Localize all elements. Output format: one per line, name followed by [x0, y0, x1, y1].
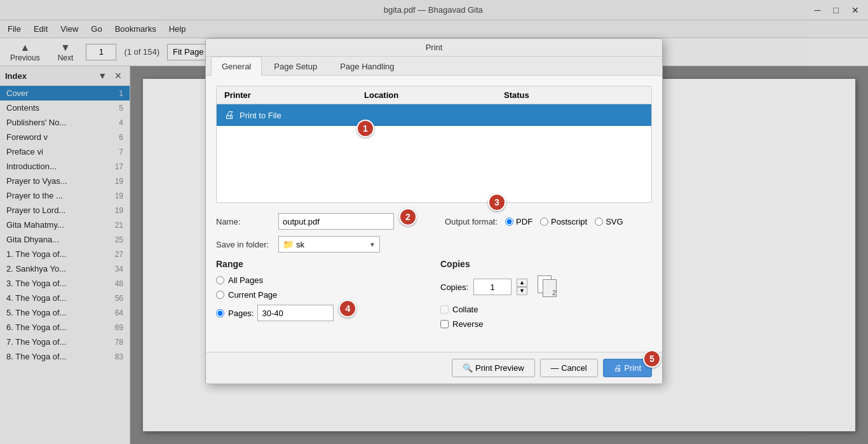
printer-file-icon: 🖨	[224, 109, 234, 121]
printer-name-cell: 🖨 Print to File	[224, 109, 364, 121]
annotation-4: 4	[339, 300, 356, 317]
modal-body: Printer Location Status 🖨 Print to File …	[206, 76, 662, 352]
printer-name: Print to File	[240, 111, 281, 120]
printer-table-header: Printer Location Status	[217, 87, 651, 104]
range-section: Range All Pages Current Page Pages:	[216, 259, 428, 334]
annotation-5: 5	[643, 350, 661, 368]
output-format-label: Output format:	[445, 217, 498, 226]
reverse-checkbox[interactable]	[440, 320, 449, 328]
folder-value: sk	[296, 240, 304, 249]
copies-input[interactable]	[473, 279, 512, 295]
modal-footer: 🔍 Print Preview — Cancel 🖨 Print 5	[206, 352, 662, 384]
copies-spinner: ▲ ▼	[517, 279, 527, 295]
print-dialog: Print General Page Setup Page Handling P…	[205, 38, 663, 384]
tab-bar: General Page Setup Page Handling	[206, 57, 662, 76]
name-input[interactable]	[278, 213, 394, 230]
folder-icon: 📁	[283, 239, 294, 249]
folder-select[interactable]: 📁 sk ▼	[278, 236, 380, 253]
col-printer: Printer	[224, 90, 364, 100]
print-preview-button[interactable]: 🔍 Print Preview	[452, 359, 534, 377]
radio-svg-input[interactable]	[595, 218, 603, 226]
all-pages-row: All Pages	[216, 275, 428, 285]
preview-icon: 🔍	[463, 363, 473, 373]
printer-table: Printer Location Status 🖨 Print to File …	[216, 86, 652, 203]
folder-row: Save in folder: 📁 sk ▼	[216, 236, 652, 253]
pages-input[interactable]	[257, 305, 334, 321]
all-pages-label: All Pages	[228, 275, 263, 285]
output-format-group: PDF Postscript SVG	[505, 217, 623, 226]
current-page-label: Current Page	[228, 290, 277, 300]
collate-checkbox[interactable]	[440, 305, 449, 314]
tab-general[interactable]: General	[211, 57, 262, 76]
tab-page-handling[interactable]: Page Handling	[329, 57, 405, 76]
name-label: Name:	[216, 217, 273, 226]
copies-row: Copies: ▲ ▼ 2	[440, 275, 652, 298]
annotation-3: 3	[488, 193, 506, 211]
reverse-label: Reverse	[452, 319, 483, 329]
annotation-2: 2	[399, 208, 417, 226]
cancel-button[interactable]: — Cancel	[540, 359, 598, 377]
collate-label: Collate	[452, 305, 478, 314]
print-icon: 🖨	[614, 363, 622, 373]
radio-postscript[interactable]: Postscript	[540, 217, 587, 226]
radio-pdf[interactable]: PDF	[505, 217, 532, 226]
current-page-row: Current Page	[216, 290, 428, 300]
range-title: Range	[216, 259, 428, 269]
annotation-1: 1	[356, 120, 374, 137]
col-location: Location	[364, 90, 504, 100]
tab-page-setup[interactable]: Page Setup	[263, 57, 328, 76]
dialog-title: Print	[206, 39, 662, 57]
collate-row: Collate	[440, 305, 652, 314]
copies-icon: 2	[538, 275, 558, 298]
pages-row: Pages: 4	[216, 305, 428, 321]
copies-down-button[interactable]: ▼	[517, 287, 527, 295]
print-preview-label: Print Preview	[475, 363, 524, 373]
pages-radio[interactable]	[216, 309, 224, 317]
radio-postscript-input[interactable]	[540, 218, 548, 226]
copies-label: Copies:	[440, 282, 468, 292]
all-pages-radio[interactable]	[216, 276, 224, 284]
name-row: Name: 2 3 Output format: PDF	[216, 213, 652, 230]
print-label: Print	[624, 363, 641, 373]
reverse-row: Reverse	[440, 319, 652, 329]
modal-overlay: Print General Page Setup Page Handling P…	[0, 0, 868, 444]
dropdown-arrow-icon: ▼	[369, 241, 376, 248]
printer-row-selected[interactable]: 🖨 Print to File	[217, 104, 651, 126]
radio-svg[interactable]: SVG	[595, 217, 623, 226]
current-page-radio[interactable]	[216, 291, 224, 299]
cancel-label: — Cancel	[551, 363, 587, 373]
radio-pdf-input[interactable]	[505, 218, 513, 226]
copies-up-button[interactable]: ▲	[517, 279, 527, 287]
range-copies-section: Range All Pages Current Page Pages:	[216, 259, 652, 334]
copies-page-icon-2: 2	[543, 279, 557, 297]
printer-list-empty	[217, 126, 651, 202]
col-status: Status	[504, 90, 644, 100]
copies-section: Copies Copies: ▲ ▼ 2	[440, 259, 652, 334]
pages-label: Pages:	[228, 309, 254, 318]
copies-title: Copies	[440, 259, 652, 269]
folder-label: Save in folder:	[216, 240, 273, 249]
